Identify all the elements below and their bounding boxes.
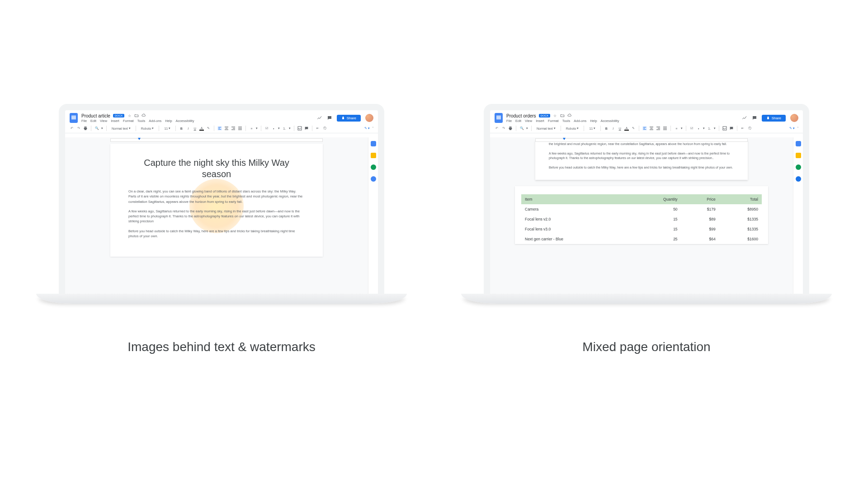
menu-view[interactable]: View: [100, 119, 107, 123]
orders-table[interactable]: Item Quantity Price Total Camera 50: [521, 194, 762, 244]
document-title[interactable]: Product orders: [506, 113, 536, 118]
menu-addons[interactable]: Add-ons: [574, 119, 586, 123]
print-icon[interactable]: [83, 126, 88, 131]
image-icon[interactable]: [722, 126, 727, 131]
document-title[interactable]: Product article: [81, 113, 110, 118]
checklist-icon[interactable]: ☑: [264, 126, 269, 131]
activity-icon[interactable]: [742, 115, 747, 121]
bullet-list-icon[interactable]: •: [696, 126, 701, 131]
document-canvas[interactable]: the brightest and most photogenic region…: [490, 137, 793, 294]
text-color-icon[interactable]: A: [199, 126, 204, 131]
move-folder-icon[interactable]: [134, 113, 139, 118]
zoom-icon[interactable]: 🔍: [519, 126, 524, 131]
star-icon[interactable]: ☆: [553, 113, 557, 118]
menu-file[interactable]: File: [81, 119, 87, 123]
editing-mode-icon[interactable]: ✎ ▾: [364, 127, 370, 130]
paragraph-3[interactable]: Before you head outside to catch the Mil…: [128, 229, 305, 239]
table-row[interactable]: Focal lens v2.0 15 $89 $1335: [521, 214, 762, 224]
clear-format-icon[interactable]: Ⓣ: [747, 126, 752, 131]
paragraph-2[interactable]: A few weeks ago, Sagittarius returned to…: [128, 209, 305, 224]
redo-icon[interactable]: ↷: [76, 126, 81, 131]
star-icon[interactable]: ☆: [127, 113, 132, 118]
zoom-caret-icon[interactable]: ▾: [101, 127, 103, 130]
menu-addons[interactable]: Add-ons: [149, 119, 161, 123]
text-color-icon[interactable]: A: [624, 126, 629, 131]
comment-icon[interactable]: [304, 126, 309, 131]
indent-decrease-icon[interactable]: ⇤: [741, 126, 745, 131]
font-dropdown[interactable]: Roboto ▾: [139, 126, 156, 131]
zoom-icon[interactable]: 🔍: [94, 126, 99, 131]
menu-accessibility[interactable]: Accessibility: [176, 119, 194, 123]
tasks-icon[interactable]: [796, 164, 801, 170]
undo-icon[interactable]: ↶: [495, 126, 499, 131]
ruler[interactable]: [110, 138, 323, 142]
align-right-icon[interactable]: [656, 126, 660, 131]
menu-insert[interactable]: Insert: [536, 119, 544, 123]
calendar-icon[interactable]: [371, 141, 376, 146]
line-spacing-icon[interactable]: ≡: [249, 126, 254, 131]
indent-decrease-icon[interactable]: ⇤: [316, 126, 320, 131]
numbered-list-icon[interactable]: 1.: [282, 126, 287, 131]
ruler[interactable]: [535, 138, 748, 142]
document-canvas[interactable]: Capture the night sky this Milky Way sea…: [65, 137, 368, 294]
underline-icon[interactable]: U: [193, 126, 197, 131]
menu-accessibility[interactable]: Accessibility: [601, 119, 619, 123]
comment-icon[interactable]: [729, 126, 734, 131]
font-size-dropdown[interactable]: 11 ▾: [162, 126, 172, 131]
align-left-icon[interactable]: [642, 126, 647, 131]
menu-edit[interactable]: Edit: [515, 119, 521, 123]
calendar-icon[interactable]: [796, 141, 801, 146]
move-folder-icon[interactable]: [560, 113, 565, 118]
editing-mode-icon[interactable]: ✎ ▾: [789, 127, 795, 130]
user-avatar[interactable]: [365, 114, 373, 122]
spacing-caret[interactable]: ▾: [681, 127, 683, 130]
article-heading[interactable]: Capture the night sky this Milky Way sea…: [128, 157, 305, 180]
paragraph-style-dropdown[interactable]: Normal text ▾: [535, 126, 557, 131]
paragraph-frag[interactable]: the brightest and most photogenic region…: [549, 142, 734, 147]
menu-view[interactable]: View: [525, 119, 532, 123]
menu-edit[interactable]: Edit: [90, 119, 96, 123]
line-spacing-icon[interactable]: ≡: [674, 126, 679, 131]
numbered-list-icon[interactable]: 1.: [707, 126, 712, 131]
align-center-icon[interactable]: [224, 126, 229, 131]
activity-icon[interactable]: [317, 115, 322, 121]
zoom-caret-icon[interactable]: ▾: [526, 127, 528, 130]
docs-logo-icon[interactable]: [495, 113, 503, 123]
comment-history-icon[interactable]: [327, 115, 332, 121]
spacing-caret[interactable]: ▾: [256, 127, 258, 130]
paragraph-style-dropdown[interactable]: Normal text ▾: [110, 126, 132, 131]
paragraph-2[interactable]: A few weeks ago, Sagittarius returned to…: [549, 151, 734, 161]
font-size-dropdown[interactable]: 11 ▾: [587, 126, 597, 131]
paragraph-3[interactable]: Before you head outside to catch the Mil…: [549, 165, 734, 170]
bold-icon[interactable]: B: [179, 126, 184, 131]
bullet-list-icon[interactable]: •: [271, 126, 276, 131]
align-right-icon[interactable]: [231, 126, 236, 131]
table-row[interactable]: Next gen carrier - Blue 25 $64 $1600: [521, 234, 762, 244]
indent-marker-icon[interactable]: [138, 138, 141, 140]
menu-help[interactable]: Help: [165, 119, 172, 123]
align-justify-icon[interactable]: [663, 126, 667, 131]
redo-icon[interactable]: ↷: [501, 126, 506, 131]
font-dropdown[interactable]: Roboto ▾: [564, 126, 581, 131]
cloud-status-icon[interactable]: [567, 113, 572, 118]
keep-icon[interactable]: [796, 153, 801, 158]
menu-format[interactable]: Format: [548, 119, 559, 123]
user-avatar[interactable]: [790, 114, 798, 122]
checklist-icon[interactable]: ☑: [689, 126, 694, 131]
document-page-portrait[interactable]: the brightest and most photogenic region…: [535, 140, 748, 180]
align-justify-icon[interactable]: [238, 126, 242, 131]
collapse-toolbar-icon[interactable]: ˆ: [797, 127, 798, 130]
document-page-landscape[interactable]: Item Quantity Price Total Camera 50: [515, 186, 768, 244]
align-left-icon[interactable]: [217, 126, 222, 131]
table-row[interactable]: Camera 50 $179 $8950: [521, 204, 762, 214]
keep-icon[interactable]: [371, 153, 376, 158]
menu-help[interactable]: Help: [590, 119, 597, 123]
collapse-toolbar-icon[interactable]: ˆ: [373, 127, 373, 130]
menu-tools[interactable]: Tools: [562, 119, 571, 123]
share-button[interactable]: Share: [762, 115, 786, 122]
document-page[interactable]: Capture the night sky this Milky Way sea…: [110, 144, 323, 257]
menu-insert[interactable]: Insert: [111, 119, 119, 123]
underline-icon[interactable]: U: [618, 126, 622, 131]
menu-tools[interactable]: Tools: [137, 119, 146, 123]
bold-icon[interactable]: B: [604, 126, 609, 131]
